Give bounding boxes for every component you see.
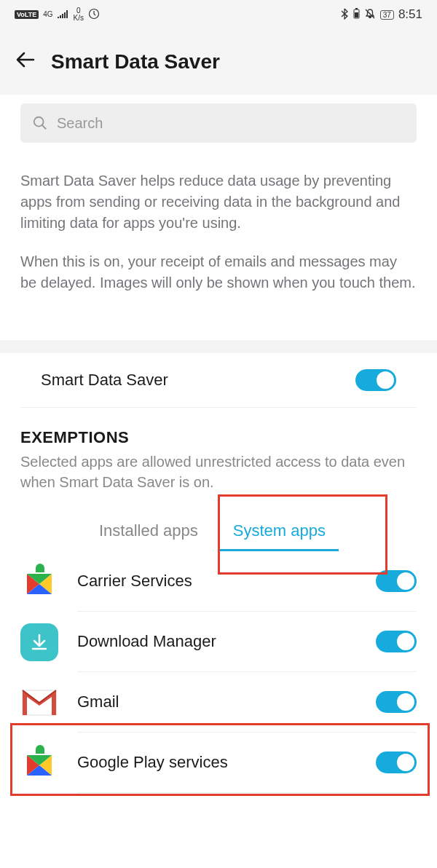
app-row-gmail[interactable]: Gmail: [20, 672, 417, 733]
svg-point-5: [34, 117, 44, 127]
download-manager-toggle[interactable]: [376, 631, 417, 652]
clock-time: 8:51: [398, 7, 422, 22]
exemptions-subtitle: Selected apps are allowed unrestricted a…: [20, 451, 417, 492]
status-right: 37 8:51: [340, 7, 422, 22]
main-toggle-label: Smart Data Saver: [41, 371, 168, 390]
app-name: Gmail: [77, 693, 376, 711]
gmail-icon: [20, 684, 58, 722]
battery-percent: 37: [380, 10, 394, 20]
gmail-toggle[interactable]: [376, 691, 417, 713]
mute-icon: [364, 8, 376, 22]
exemptions-title: EXEMPTIONS: [20, 428, 417, 447]
carrier-services-icon: [20, 563, 58, 601]
smart-data-saver-toggle[interactable]: [355, 369, 396, 391]
app-list: Carrier Services Download Manager Gmail: [0, 551, 437, 793]
clock-icon: [88, 8, 100, 22]
search-placeholder: Search: [57, 115, 103, 132]
app-name: Download Manager: [77, 632, 376, 651]
smart-data-saver-toggle-row: Smart Data Saver: [20, 353, 417, 408]
signal-icon: [58, 9, 69, 20]
exemptions-section: EXEMPTIONS Selected apps are allowed unr…: [0, 408, 437, 500]
page-title: Smart Data Saver: [51, 50, 220, 74]
app-name: Google Play services: [77, 753, 376, 772]
app-row-carrier-services[interactable]: Carrier Services: [20, 551, 417, 612]
tab-installed-apps[interactable]: Installed apps: [86, 511, 211, 549]
app-name: Carrier Services: [77, 572, 376, 591]
volte-badge: VoLTE: [15, 10, 39, 19]
app-row-download-manager[interactable]: Download Manager: [20, 612, 417, 672]
network-type: 4G: [43, 11, 52, 18]
google-play-services-toggle[interactable]: [376, 751, 417, 773]
battery-small-icon: [353, 8, 360, 21]
back-icon[interactable]: [15, 49, 36, 76]
search-icon: [32, 115, 48, 131]
search-input[interactable]: Search: [20, 103, 417, 143]
status-bar: VoLTE 4G 0 K/s 37 8:51: [0, 0, 437, 29]
svg-line-6: [42, 125, 47, 130]
google-play-services-icon: [20, 744, 58, 782]
tab-system-apps[interactable]: System apps: [220, 511, 339, 551]
status-left: VoLTE 4G 0 K/s: [15, 7, 100, 22]
app-header: Smart Data Saver: [0, 29, 437, 95]
svg-rect-2: [355, 8, 358, 9]
description-text: Smart Data Saver helps reduce data usage…: [0, 157, 437, 340]
speed-unit: K/s: [74, 15, 84, 22]
app-row-google-play-services[interactable]: Google Play services: [20, 733, 417, 793]
tabs: Installed apps System apps: [0, 500, 437, 551]
download-manager-icon: [20, 623, 58, 661]
section-divider: [0, 340, 437, 353]
carrier-services-toggle[interactable]: [376, 570, 417, 592]
bluetooth-icon: [340, 8, 349, 22]
svg-rect-3: [355, 12, 358, 17]
